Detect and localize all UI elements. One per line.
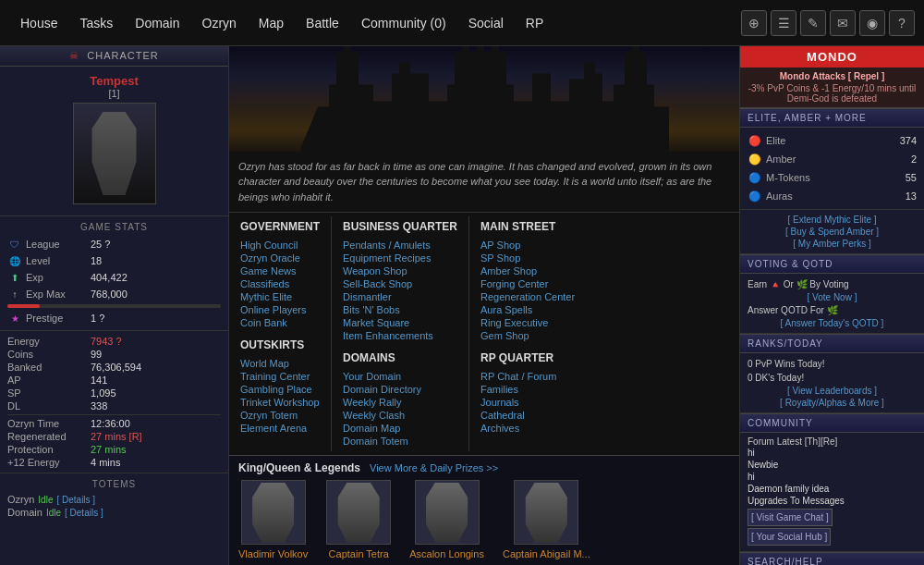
legend-avatar-1: 👑	[241, 480, 306, 545]
right-panel: MONDO Mondo Attacks [ Repel ] -3% PvP Co…	[739, 46, 924, 565]
nav-icon-1[interactable]: ⊕	[741, 10, 767, 36]
nav-icon-5[interactable]: ◉	[859, 10, 885, 36]
stat-energy: Energy 7943 ?	[7, 335, 221, 348]
gov-mythic-elite[interactable]: Mythic Elite	[240, 290, 320, 303]
ms-forging[interactable]: Forging Center	[480, 277, 575, 290]
nav-rp[interactable]: RP	[515, 10, 554, 36]
mtoken-icon: 🔵	[748, 170, 762, 185]
nav-map[interactable]: Map	[248, 10, 295, 36]
amber-perks-link[interactable]: [ My Amber Perks ]	[748, 238, 917, 250]
nav-icon-4[interactable]: ✉	[830, 10, 856, 36]
dom-weekly-rally[interactable]: Weekly Rally	[343, 396, 457, 409]
out-totem[interactable]: Ozryn Totem	[240, 409, 320, 422]
extra-stats-section: Energy 7943 ? Coins 99 Banked 76,306,594…	[0, 331, 228, 473]
ranks-text1: 0 PvP Wins Today!	[748, 357, 917, 371]
prestige-value: 1 ?	[91, 313, 104, 324]
biz-sell-back[interactable]: Sell-Back Shop	[343, 277, 457, 290]
extend-mythic-link[interactable]: [ Extend Mythic Elite ]	[748, 214, 917, 226]
biz-item-enhancements[interactable]: Item Enhancements	[343, 329, 457, 342]
biz-market-square[interactable]: Market Square	[343, 316, 457, 329]
legends-more-link[interactable]: View More & Daily Prizes >>	[370, 462, 498, 473]
biz-equipment[interactable]: Equipment Recipes	[343, 252, 457, 264]
nav-house[interactable]: House	[9, 10, 68, 36]
ms-gem-shop[interactable]: Gem Shop	[480, 329, 575, 342]
dl-value: 338	[91, 400, 107, 411]
nav-social[interactable]: Social	[457, 10, 515, 36]
totem-ozryn-link[interactable]: [ Details ]	[56, 495, 95, 505]
vote-now-link[interactable]: [ Vote Now ]	[748, 291, 917, 303]
ms-regen-center[interactable]: Regeneration Center	[480, 290, 575, 303]
visit-game-chat-button[interactable]: [ Visit Game Chat ]	[748, 509, 833, 526]
legend-player-3[interactable]: 👑 Ascalon Longins	[409, 480, 484, 559]
out-trinket[interactable]: Trinket Workshop	[240, 396, 320, 409]
your-social-hub-button[interactable]: [ Your Social Hub ]	[748, 528, 831, 546]
ms-sp-shop[interactable]: SP Shop	[480, 252, 575, 264]
out-training[interactable]: Training Center	[240, 370, 320, 383]
rp-cathedral[interactable]: Cathedral	[480, 409, 575, 422]
nav-icon-2[interactable]: ☰	[771, 10, 796, 36]
stat-protection: Protection 27 mins	[7, 443, 221, 456]
gov-coin-bank[interactable]: Coin Bank	[240, 316, 320, 329]
character-name[interactable]: Tempest	[4, 74, 225, 88]
legend-name-2: Captain Tetra	[326, 548, 391, 559]
biz-dismantler[interactable]: Dismantler	[343, 290, 457, 303]
amber-label: Amber	[766, 154, 911, 165]
rp-chat-forum[interactable]: RP Chat / Forum	[480, 370, 575, 383]
nav-battle[interactable]: Battle	[295, 10, 350, 36]
totem-domain-link[interactable]: [ Details ]	[65, 508, 103, 518]
gov-high-council[interactable]: High Council	[240, 239, 320, 252]
royalty-link[interactable]: [ Royalty/Alphas & More ]	[748, 397, 917, 409]
buy-amber-link[interactable]: [ Buy & Spend Amber ]	[748, 226, 917, 238]
legend-player-1[interactable]: 👑 Vladimir Volkov	[238, 480, 308, 559]
biz-pendants[interactable]: Pendants / Amulets	[343, 239, 457, 252]
nav-icon-3[interactable]: ✎	[800, 10, 826, 36]
legend-avatar-4: 👑	[514, 480, 578, 545]
coins-label: Coins	[7, 349, 91, 360]
rp-journals[interactable]: Journals	[480, 396, 575, 409]
stat-dl: DL 338	[7, 399, 221, 412]
left-panel: ☠ CHARACTER Tempest [1] GAME STATS 🛡 Lea…	[0, 46, 229, 565]
legend-figure-2	[335, 483, 382, 543]
nav-ozryn[interactable]: Ozryn	[191, 10, 248, 36]
ms-aura-spells[interactable]: Aura Spells	[480, 303, 575, 316]
legend-player-2[interactable]: 👑 Captain Tetra	[326, 480, 391, 559]
biz-bits-bobs[interactable]: Bits 'N' Bobs	[343, 303, 457, 316]
business-column: BUSINESS QUARTER Pendants / Amulets Equi…	[332, 216, 469, 451]
dom-directory[interactable]: Domain Directory	[343, 383, 457, 396]
ms-ring-executive[interactable]: Ring Executive	[480, 316, 575, 329]
mondo-attacks[interactable]: Mondo Attacks [ Repel ]	[748, 71, 917, 81]
nav-community[interactable]: Community (0)	[350, 10, 457, 36]
rp-families[interactable]: Families	[480, 383, 575, 396]
nav-icon-help[interactable]: ?	[889, 10, 915, 36]
ms-amber-shop[interactable]: Amber Shop	[480, 264, 575, 277]
ea-elite: 🔴 Elite 374	[748, 131, 917, 150]
elite-icon: 🔴	[748, 133, 762, 148]
gov-classifieds[interactable]: Classifieds	[240, 277, 320, 290]
character-section: Tempest [1]	[0, 67, 228, 216]
nav-tasks[interactable]: Tasks	[68, 10, 124, 36]
out-element-arena[interactable]: Element Arena	[240, 422, 320, 435]
leaderboards-link[interactable]: [ View Leaderboards ]	[748, 385, 917, 397]
out-world-map[interactable]: World Map	[240, 357, 320, 370]
gov-game-news[interactable]: Game News	[240, 264, 320, 277]
legend-player-4[interactable]: 👑 Captain Abigail M...	[503, 480, 590, 559]
sp-value: 1,095	[91, 387, 116, 399]
stat-exp: ⬆ Exp 404,422	[7, 269, 221, 286]
rp-archives[interactable]: Archives	[480, 422, 575, 435]
dom-domain-totem[interactable]: Domain Totem	[343, 435, 457, 448]
legend-avatar-2: 👑	[326, 480, 391, 545]
ms-ap-shop[interactable]: AP Shop	[480, 239, 575, 252]
answer-qotd-link[interactable]: [ Answer Today's QOTD ]	[748, 317, 917, 329]
biz-weapon-shop[interactable]: Weapon Shop	[343, 264, 457, 277]
protection-label: Protection	[7, 444, 91, 455]
dom-your-domain[interactable]: Your Domain	[343, 370, 457, 383]
gov-ozryn-oracle[interactable]: Ozryn Oracle	[240, 252, 320, 264]
dom-weekly-clash[interactable]: Weekly Clash	[343, 409, 457, 422]
elite-amber-links: [ Extend Mythic Elite ] [ Buy & Spend Am…	[740, 210, 924, 254]
dom-domain-map[interactable]: Domain Map	[343, 422, 457, 435]
gov-online-players[interactable]: Online Players	[240, 303, 320, 316]
out-gambling[interactable]: Gambling Place	[240, 383, 320, 396]
nav-domain[interactable]: Domain	[124, 10, 190, 36]
character-avatar[interactable]	[73, 103, 156, 204]
prestige-bar	[7, 304, 221, 308]
